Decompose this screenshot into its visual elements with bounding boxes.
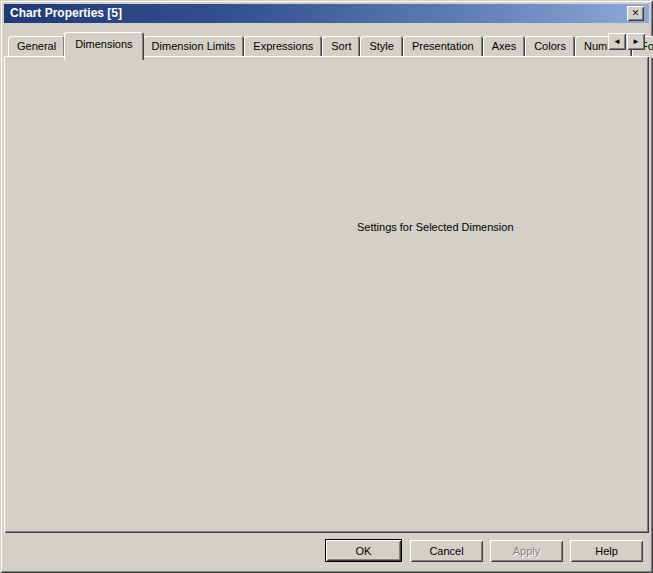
tab-colors[interactable]: Colors	[525, 36, 575, 58]
tab-axes[interactable]: Axes	[483, 36, 525, 58]
tab-sort[interactable]: Sort	[322, 36, 360, 58]
dimensions-tab-page	[4, 56, 649, 533]
window-title: Chart Properties [5]	[10, 6, 122, 20]
tab-expressions[interactable]: Expressions	[244, 36, 322, 58]
help-button[interactable]: Help	[570, 540, 643, 562]
tab-general[interactable]: General	[8, 36, 65, 58]
title-bar[interactable]: Chart Properties [5]	[4, 4, 649, 23]
ok-button[interactable]: OK	[325, 539, 402, 562]
tab-scroll-right-icon[interactable]: ►	[627, 33, 645, 50]
settings-group-title: Settings for Selected Dimension	[354, 222, 517, 233]
tab-style[interactable]: Style	[360, 36, 402, 58]
tab-presentation[interactable]: Presentation	[403, 36, 483, 58]
tab-strip: General Dimensions Dimension Limits Expr…	[8, 30, 653, 58]
tab-scroll-left-icon[interactable]: ◄	[608, 33, 626, 50]
apply-button: Apply	[490, 540, 563, 562]
close-icon[interactable]: ✕	[627, 6, 644, 21]
tab-dimensions[interactable]: Dimensions	[64, 32, 143, 60]
tab-dimension-limits[interactable]: Dimension Limits	[143, 36, 245, 58]
chart-properties-dialog: Chart Properties [5] ✕ General Dimension…	[0, 0, 653, 573]
cancel-button[interactable]: Cancel	[410, 540, 483, 562]
